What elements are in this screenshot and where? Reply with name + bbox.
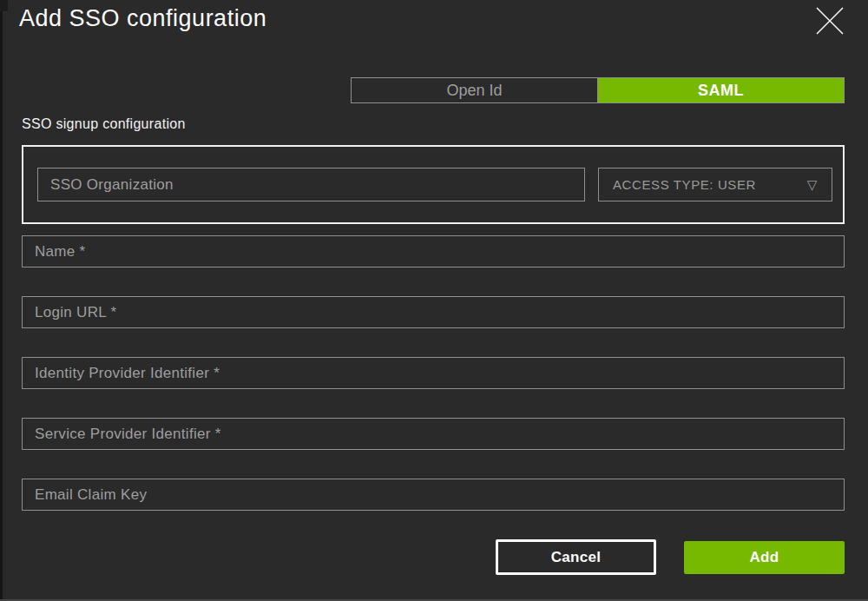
dialog-corner-notch — [0, 0, 8, 11]
service-provider-identifier-input[interactable] — [22, 418, 845, 450]
login-url-input[interactable] — [22, 296, 845, 328]
close-button[interactable] — [812, 4, 847, 39]
tab-saml[interactable]: SAML — [598, 78, 844, 102]
name-input[interactable] — [22, 235, 845, 267]
access-type-dropdown[interactable]: ACCESS TYPE: USER — [598, 168, 832, 201]
email-claim-key-input[interactable] — [22, 479, 845, 511]
add-button[interactable]: Add — [684, 541, 845, 574]
close-icon — [814, 6, 845, 38]
tab-open-id[interactable]: Open Id — [352, 78, 598, 102]
dialog-title: Add SSO configuration — [19, 5, 266, 32]
identity-provider-identifier-input[interactable] — [22, 357, 845, 389]
dialog-left-edge — [0, 0, 3, 601]
cancel-button[interactable]: Cancel — [496, 539, 656, 575]
protocol-tab-bar: Open Id SAML — [351, 77, 845, 103]
triangle-down-icon — [807, 177, 818, 193]
sso-signup-configuration-box: ACCESS TYPE: USER — [22, 145, 845, 224]
add-sso-configuration-dialog: Add SSO configuration Open Id SAML SSO s… — [0, 0, 868, 601]
access-type-selected-label: ACCESS TYPE: USER — [613, 177, 756, 192]
sso-signup-configuration-label: SSO signup configuration — [22, 116, 186, 132]
sso-organization-input[interactable] — [37, 168, 585, 201]
